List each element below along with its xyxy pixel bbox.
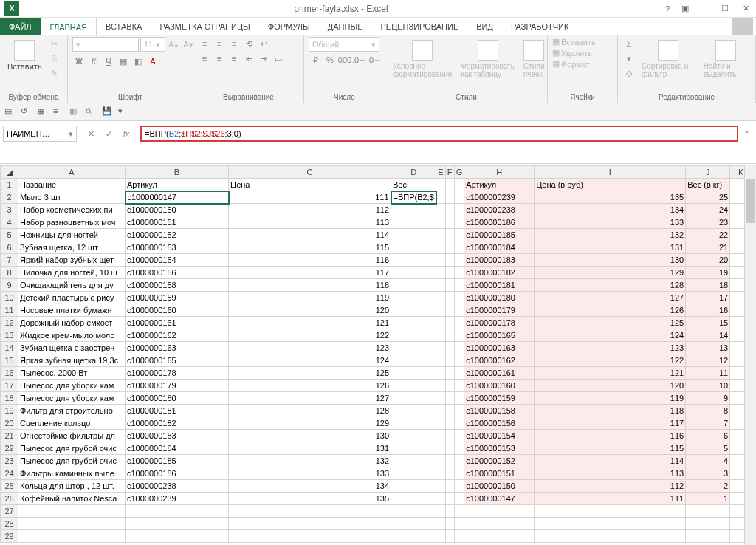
col-header[interactable]: E — [436, 166, 445, 179]
cell[interactable] — [445, 317, 454, 329]
cell[interactable] — [445, 392, 454, 405]
cell[interactable]: c1000000179 — [464, 304, 535, 317]
cell[interactable] — [436, 267, 445, 279]
row-header[interactable]: 21 — [1, 430, 18, 442]
cell[interactable] — [445, 329, 454, 342]
cell[interactable]: 119 — [535, 392, 686, 405]
cell[interactable]: c1000000184 — [126, 442, 229, 455]
cell[interactable]: c1000000162 — [464, 354, 535, 367]
cell[interactable] — [391, 317, 436, 329]
cell[interactable] — [445, 405, 454, 417]
cell[interactable] — [391, 530, 436, 543]
row-header[interactable]: 17 — [1, 380, 18, 392]
cell[interactable]: 118 — [229, 279, 391, 292]
row-header[interactable]: 27 — [1, 505, 18, 518]
cell[interactable]: 133 — [229, 467, 391, 480]
cell[interactable] — [391, 467, 436, 480]
qat-icon[interactable]: ↺ — [21, 106, 32, 118]
cell[interactable]: c1000000158 — [126, 279, 229, 292]
cell[interactable]: c1000000239 — [126, 493, 229, 505]
cell[interactable]: c1000000158 — [464, 405, 535, 417]
cell[interactable]: 116 — [229, 254, 391, 267]
cell[interactable] — [229, 505, 391, 518]
vertical-scrollbar[interactable] — [744, 165, 756, 545]
cell[interactable]: c1000000178 — [126, 367, 229, 380]
align-bottom-icon[interactable]: ≡ — [227, 37, 241, 50]
paste-button[interactable]: Вставить — [4, 37, 45, 74]
cell[interactable]: 135 — [229, 493, 391, 505]
cell[interactable] — [126, 505, 229, 518]
cell[interactable] — [454, 442, 464, 455]
ribbon-display-icon[interactable]: ▣ — [676, 4, 694, 13]
qat-icon[interactable]: ⎙ — [86, 106, 97, 118]
cell[interactable]: 123 — [535, 342, 686, 354]
cell[interactable]: 117 — [229, 267, 391, 279]
cell[interactable]: c1000000152 — [464, 455, 535, 467]
cell[interactable] — [445, 304, 454, 317]
cell[interactable]: 125 — [535, 317, 686, 329]
comma-icon[interactable]: 000 — [338, 53, 351, 66]
cell[interactable] — [436, 254, 445, 267]
qat-icon[interactable]: ▥ — [69, 106, 81, 118]
column-headers[interactable]: ◢ A B C D E F G H I J K — [1, 166, 752, 179]
row-header[interactable]: 3 — [1, 204, 18, 216]
cell[interactable]: c1000000186 — [126, 467, 229, 480]
cell[interactable]: Фильтр для строительно — [18, 405, 126, 417]
cell[interactable] — [391, 367, 436, 380]
cells-delete-button[interactable]: ▦Удалить — [552, 48, 592, 58]
cell[interactable]: 120 — [535, 380, 686, 392]
cell[interactable]: 1 — [686, 493, 730, 505]
cell[interactable] — [391, 216, 436, 229]
scrollbar-thumb[interactable] — [746, 179, 755, 223]
name-box[interactable]: НАИМЕН… ▾ — [3, 126, 77, 142]
cell[interactable]: c1000000185 — [126, 455, 229, 467]
cell[interactable] — [391, 304, 436, 317]
cell[interactable]: c1000000178 — [464, 317, 535, 329]
row-header[interactable]: 10 — [1, 292, 18, 304]
row-header[interactable]: 5 — [1, 229, 18, 241]
cell[interactable]: 126 — [535, 304, 686, 317]
cell[interactable]: c1000000163 — [126, 342, 229, 354]
row-header[interactable]: 18 — [1, 392, 18, 405]
cell[interactable]: 124 — [535, 329, 686, 342]
cell[interactable] — [391, 229, 436, 241]
cell[interactable] — [436, 304, 445, 317]
align-left-icon[interactable]: ≡ — [198, 52, 211, 65]
cell[interactable]: Сцепление кольцо — [18, 417, 126, 430]
cell[interactable]: Артикул — [126, 179, 229, 191]
cell[interactable] — [436, 229, 445, 241]
cell[interactable]: 132 — [229, 455, 391, 467]
cell[interactable] — [391, 254, 436, 267]
cell[interactable] — [535, 530, 686, 543]
cell[interactable] — [391, 480, 436, 493]
cell[interactable] — [436, 216, 445, 229]
cell[interactable] — [436, 354, 445, 367]
cell[interactable] — [391, 405, 436, 417]
wrap-text-icon[interactable]: ↩ — [257, 37, 270, 50]
cell[interactable]: 10 — [686, 380, 730, 392]
row-header[interactable]: 26 — [1, 493, 18, 505]
cell[interactable]: c1000000185 — [464, 229, 535, 241]
cell[interactable] — [391, 392, 436, 405]
formula-input[interactable]: =ВПР(B2;$H$2:$J$26;3;0) — [140, 126, 738, 142]
col-header[interactable]: F — [445, 166, 454, 179]
cell[interactable] — [445, 417, 454, 430]
cell[interactable]: Мыло 3 шт — [18, 191, 126, 204]
cell[interactable]: Жидкое крем-мыло моло — [18, 329, 126, 342]
cell[interactable]: 23 — [686, 216, 730, 229]
cell[interactable]: 3 — [686, 467, 730, 480]
cell[interactable] — [436, 241, 445, 254]
cell[interactable] — [445, 216, 454, 229]
cell[interactable]: c1000000153 — [126, 241, 229, 254]
cell[interactable] — [436, 518, 445, 530]
cell[interactable]: 5 — [686, 442, 730, 455]
col-header[interactable]: I — [535, 166, 686, 179]
cell[interactable] — [464, 505, 535, 518]
row-header[interactable]: 2 — [1, 191, 18, 204]
cell[interactable] — [454, 430, 464, 442]
cell[interactable]: 122 — [535, 354, 686, 367]
cell[interactable] — [436, 455, 445, 467]
cell[interactable]: 11 — [686, 367, 730, 380]
cell[interactable]: c1000000151 — [464, 467, 535, 480]
cell[interactable]: 129 — [229, 417, 391, 430]
